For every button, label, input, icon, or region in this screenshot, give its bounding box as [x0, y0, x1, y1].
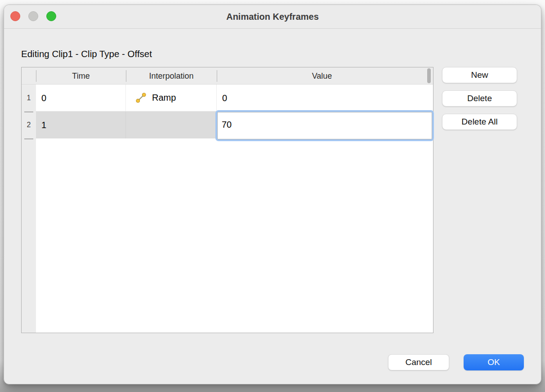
titlebar[interactable]: Animation Keyframes: [4, 5, 541, 29]
interpolation-cell-row2[interactable]: [126, 111, 217, 138]
time-cell-row1[interactable]: 0: [36, 85, 126, 111]
delete-all-button[interactable]: Delete All: [442, 114, 517, 130]
window-title: Animation Keyframes: [226, 12, 319, 22]
interpolation-label: Ramp: [152, 93, 176, 103]
minimize-button[interactable]: [28, 11, 38, 21]
keyframes-table: Time Interpolation Value 1 0 Ramp 0 2 1: [21, 67, 433, 333]
zoom-button[interactable]: [46, 11, 56, 21]
delete-button[interactable]: Delete: [442, 90, 517, 107]
column-header-time[interactable]: Time: [36, 67, 126, 85]
close-button[interactable]: [10, 11, 20, 21]
cancel-button[interactable]: Cancel: [388, 354, 449, 370]
interpolation-cell-row1[interactable]: Ramp: [126, 85, 217, 111]
row-separator: [24, 138, 33, 139]
new-button[interactable]: New: [442, 67, 517, 83]
column-header-value[interactable]: Value: [217, 67, 427, 85]
row-separator: [24, 111, 33, 112]
time-cell-row2[interactable]: 1: [36, 111, 126, 138]
value-cell-row1[interactable]: 0: [217, 85, 433, 111]
row-header-1[interactable]: 1: [22, 85, 36, 111]
vertical-scrollbar-thumb[interactable]: [427, 68, 431, 83]
value-edit-input[interactable]: [217, 112, 432, 139]
value-edit-focus-ring: [215, 110, 434, 141]
row-header-2[interactable]: 2: [22, 111, 36, 138]
editing-label: Editing Clip1 - Clip Type - Offset: [21, 49, 152, 59]
animation-keyframes-dialog: Animation Keyframes Editing Clip1 - Clip…: [4, 4, 541, 384]
ok-button[interactable]: OK: [464, 354, 524, 370]
ramp-icon: [136, 93, 146, 103]
column-header-interpolation[interactable]: Interpolation: [126, 67, 217, 85]
